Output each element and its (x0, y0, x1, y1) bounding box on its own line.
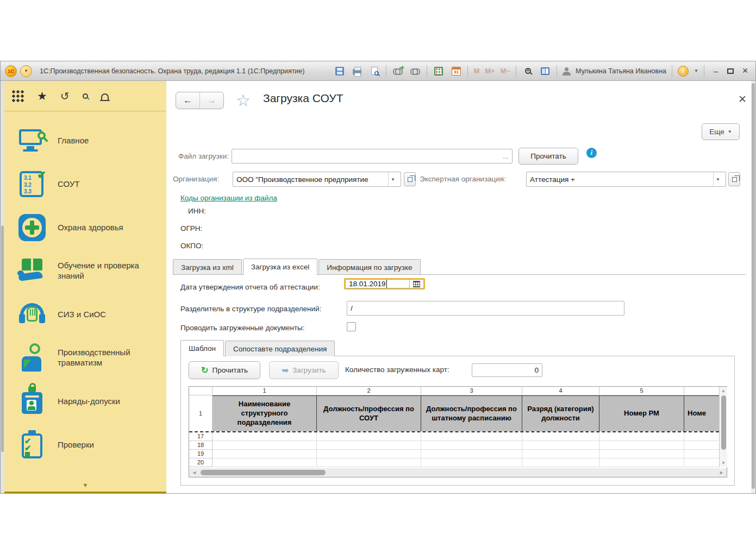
tab-zagruzka-xml[interactable]: Загрузка из xml (173, 259, 242, 275)
memory-plus-button[interactable]: M+ (485, 67, 495, 75)
window-close-button[interactable]: × (739, 65, 751, 77)
current-user-name[interactable]: Мулькина Татьяна Ивановна (576, 67, 666, 75)
header-cell[interactable]: Наименование структурного подразделения (213, 395, 317, 431)
organization-open-button[interactable] (404, 172, 416, 186)
sidebar-item-travmatizm[interactable]: Производственный травматизм (4, 336, 166, 380)
table-row[interactable]: 18 (189, 441, 719, 450)
codes-from-file-link[interactable]: Коды организации из файла (180, 194, 277, 202)
memory-recall-button[interactable]: M (473, 67, 479, 75)
notifications-icon[interactable] (101, 93, 109, 100)
table-vertical-scrollbar[interactable]: ▲ ▼ (719, 387, 727, 467)
form-close-icon[interactable]: ✕ (738, 93, 747, 105)
template-groupbox: ↻ Прочитать ➥ Загрузить Количество загру… (180, 356, 735, 486)
calendar-button[interactable]: 31 (450, 65, 462, 77)
window-vertical-scrollbar[interactable] (751, 81, 755, 493)
header-cell[interactable]: Должность/профессия по штатному расписан… (421, 395, 522, 431)
template-spreadsheet[interactable]: 1 2 3 4 5 1 Наименование структурного по… (189, 386, 727, 477)
organization-combobox[interactable]: ООО "Производственное предприятие ▼ (233, 172, 401, 187)
file-input[interactable]: ... (232, 149, 513, 163)
row-number[interactable]: 17 (189, 432, 213, 441)
minimize-button[interactable]: – (710, 66, 722, 76)
save-button[interactable] (334, 65, 346, 77)
sidebar-item-sout[interactable]: 3.13.23.3✔ СОУТ (4, 162, 166, 206)
favorites-icon[interactable]: ★ (37, 90, 47, 102)
tab-info-zagruzka[interactable]: Информация по загрузке (318, 259, 420, 275)
zoom-button[interactable] (522, 65, 534, 77)
chevron-down-icon[interactable]: ▼ (713, 172, 722, 186)
sidebar-item-glavnoe[interactable]: Главное (4, 119, 166, 162)
tab-sopostavte[interactable]: Сопоставте подразделения (225, 341, 335, 356)
all-sections-icon[interactable] (12, 90, 24, 102)
print-button[interactable] (351, 65, 363, 77)
goto-link-button[interactable]: ➜ (392, 65, 404, 77)
corner-cell[interactable] (189, 387, 213, 395)
expert-org-open-button[interactable] (728, 172, 740, 186)
sidebar-item-naryady[interactable]: Наряды-допуски (4, 380, 166, 423)
read-template-button[interactable]: ↻ Прочитать (189, 361, 260, 379)
print-preview-button[interactable] (368, 65, 380, 77)
sidebar-item-ohrana-zdorovya[interactable]: Охрана здоровья (4, 206, 166, 249)
table-row[interactable]: 17 (189, 432, 719, 441)
read-file-button[interactable]: Прочитать (518, 148, 578, 165)
tab-shablon[interactable]: Шаблон (180, 340, 224, 356)
table-row[interactable]: 19 (189, 450, 719, 458)
search-icon[interactable] (83, 93, 88, 99)
info-button[interactable]: i (678, 66, 689, 77)
toolbar-separator (467, 65, 468, 77)
history-icon[interactable]: ↺ (60, 91, 70, 102)
row-number[interactable]: 18 (189, 441, 213, 450)
scrollbar-thumb[interactable] (201, 470, 326, 475)
column-number[interactable]: 2 (317, 387, 421, 395)
column-number[interactable]: 3 (421, 387, 522, 395)
row-number[interactable]: 1 (189, 395, 213, 431)
memory-minus-button[interactable]: M− (501, 67, 510, 75)
table-horizontal-scrollbar[interactable]: ◄ ► (189, 468, 727, 477)
header-cell[interactable]: Разряд (категория) должности (522, 395, 599, 431)
more-button[interactable]: Еще ▼ (702, 123, 740, 140)
sidebar-item-siz[interactable]: СИЗ и СиОС (4, 293, 166, 336)
tab-zagruzka-excel[interactable]: Загрузка из excel (243, 259, 317, 275)
1c-logo[interactable]: 1С (5, 65, 17, 77)
sidebar-item-obuchenie[interactable]: Обучение и проверка знаний (4, 249, 166, 293)
row-number[interactable]: 20 (189, 458, 213, 467)
ogrn-label: ОГРН: (180, 224, 202, 232)
scroll-right-icon[interactable]: ► (716, 470, 727, 475)
column-number[interactable]: 5 (599, 387, 684, 395)
main-menu-button[interactable]: ▼ (20, 65, 32, 77)
hint-info-icon[interactable]: i (586, 148, 597, 158)
column-number[interactable]: 1 (213, 387, 317, 395)
loaded-cards-input[interactable]: 0 (472, 363, 542, 377)
calculator-button[interactable] (433, 65, 445, 77)
header-cell[interactable]: Должность/профессия по СОУТ (317, 395, 421, 431)
favorite-star-icon[interactable]: ☆ (236, 91, 251, 110)
maximize-button[interactable] (727, 68, 734, 74)
forward-button[interactable]: → (200, 92, 223, 109)
sidebar-more-icon[interactable]: ▼ (4, 482, 166, 488)
column-number[interactable]: 4 (522, 387, 599, 395)
approval-date-field[interactable]: 18.01.2019 (344, 278, 425, 290)
scroll-down-icon[interactable]: ▼ (720, 461, 727, 465)
row-number[interactable]: 19 (189, 450, 213, 458)
split-window-button[interactable] (539, 65, 551, 77)
sidebar-scrollbar[interactable] (1, 81, 4, 493)
get-link-button[interactable] (409, 65, 421, 77)
scrollbar-thumb[interactable] (721, 395, 726, 450)
header-cell[interactable]: Номер РМ (599, 395, 684, 431)
separator-input[interactable]: / (347, 301, 624, 316)
post-documents-checkbox[interactable] (347, 322, 356, 331)
date-picker-button[interactable] (409, 279, 424, 288)
column-number[interactable] (684, 387, 719, 395)
back-button[interactable]: ← (176, 92, 200, 109)
header-cell[interactable]: Номе (684, 395, 719, 431)
file-browse-button[interactable]: ... (503, 152, 509, 160)
load-button[interactable]: ➥ Загрузить (269, 361, 339, 379)
headset-glove-icon (17, 300, 47, 329)
scrollbar-thumb[interactable] (752, 83, 755, 489)
table-row[interactable]: 20 (189, 458, 719, 467)
scroll-left-icon[interactable]: ◄ (189, 470, 199, 475)
scroll-up-icon[interactable]: ▲ (720, 388, 727, 393)
chevron-down-icon[interactable]: ▼ (388, 172, 397, 186)
sidebar-item-proverki[interactable]: ✔✔ Проверки (4, 423, 166, 467)
expert-org-combobox[interactable]: Аттестация + ▼ (526, 172, 726, 187)
chevron-down-icon[interactable]: ▼ (694, 68, 698, 73)
